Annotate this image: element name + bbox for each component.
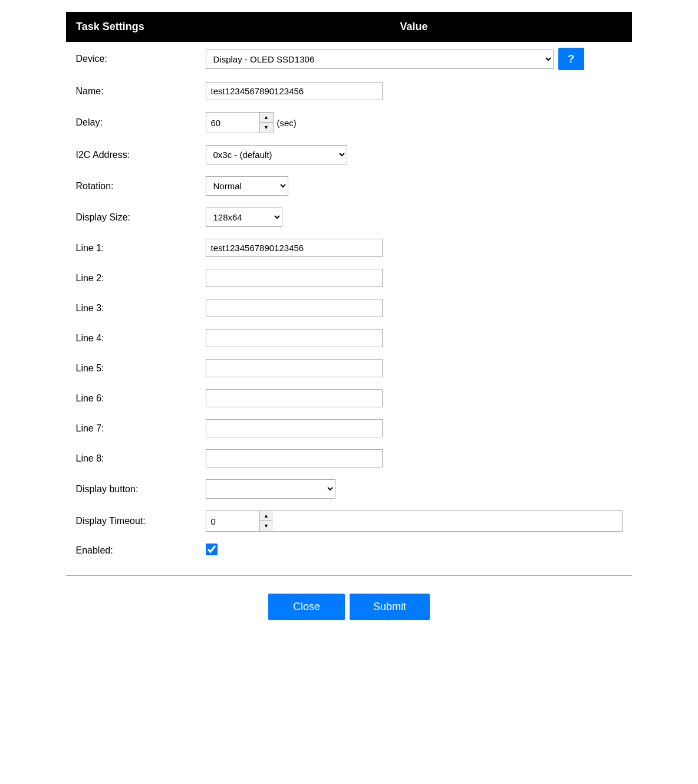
line7-input[interactable] xyxy=(206,419,383,437)
name-input[interactable] xyxy=(206,82,383,100)
name-label: Name: xyxy=(67,76,196,106)
i2c-select[interactable]: 0x3c - (default) 0x3d xyxy=(206,145,347,164)
line6-input[interactable] xyxy=(206,389,383,407)
i2c-row: I2C Address: 0x3c - (default) 0x3d xyxy=(67,139,632,170)
rotation-row: Rotation: Normal 180° xyxy=(67,170,632,202)
line4-input[interactable] xyxy=(206,329,383,347)
delay-spinner: ▲ ▼ xyxy=(206,112,274,133)
device-input-group: Display - OLED SSD1306 Display - LCD 16x… xyxy=(206,48,623,70)
settings-table: Task Settings Value Device: Display - OL… xyxy=(66,12,632,564)
delay-value-cell: ▲ ▼ (sec) xyxy=(196,106,632,139)
enabled-row: Enabled: xyxy=(67,538,632,564)
line5-value-cell xyxy=(196,353,632,383)
display-button-row: Display button: Button 1 Button 2 xyxy=(67,473,632,505)
display-size-select[interactable]: 128x64 128x32 xyxy=(206,207,282,227)
submit-button[interactable]: Submit xyxy=(350,594,430,620)
line1-row: Line 1: xyxy=(67,233,632,263)
delay-spinner-group: ▲ ▼ (sec) xyxy=(206,112,623,133)
timeout-up-button[interactable]: ▲ xyxy=(260,511,273,521)
line4-row: Line 4: xyxy=(67,323,632,353)
name-value-cell xyxy=(196,76,632,106)
display-timeout-label: Display Timeout: xyxy=(67,505,196,538)
enabled-label: Enabled: xyxy=(67,538,196,564)
display-size-row: Display Size: 128x64 128x32 xyxy=(67,202,632,233)
line8-label: Line 8: xyxy=(67,443,196,473)
display-button-value-cell: Button 1 Button 2 xyxy=(196,473,632,505)
rotation-label: Rotation: xyxy=(67,170,196,202)
line3-input[interactable] xyxy=(206,299,383,317)
divider xyxy=(66,575,632,576)
device-label: Device: xyxy=(67,42,196,77)
line1-value-cell xyxy=(196,233,632,263)
display-size-value-cell: 128x64 128x32 xyxy=(196,202,632,233)
line6-value-cell xyxy=(196,383,632,413)
col1-header: Task Settings xyxy=(67,12,196,42)
delay-row: Delay: ▲ ▼ (sec) xyxy=(67,106,632,139)
enabled-value-cell xyxy=(196,538,632,564)
name-row: Name: xyxy=(67,76,632,106)
delay-spinner-buttons: ▲ ▼ xyxy=(259,113,273,133)
line8-input[interactable] xyxy=(206,449,383,467)
delay-label: Delay: xyxy=(67,106,196,139)
close-button[interactable]: Close xyxy=(268,594,345,620)
i2c-label: I2C Address: xyxy=(67,139,196,170)
help-button[interactable]: ? xyxy=(558,48,584,70)
device-value-cell: Display - OLED SSD1306 Display - LCD 16x… xyxy=(196,42,632,77)
delay-input[interactable] xyxy=(206,114,259,131)
timeout-down-button[interactable]: ▼ xyxy=(260,521,273,531)
line3-label: Line 3: xyxy=(67,293,196,323)
line4-label: Line 4: xyxy=(67,323,196,353)
device-row: Device: Display - OLED SSD1306 Display -… xyxy=(67,42,632,77)
delay-up-button[interactable]: ▲ xyxy=(260,113,273,123)
display-size-label: Display Size: xyxy=(67,202,196,233)
line7-value-cell xyxy=(196,413,632,443)
line2-row: Line 2: xyxy=(67,263,632,293)
settings-form: Task Settings Value Device: Display - OL… xyxy=(66,12,632,632)
line5-input[interactable] xyxy=(206,359,383,377)
display-timeout-spinner: ▲ ▼ xyxy=(206,510,623,532)
display-timeout-input[interactable] xyxy=(206,513,259,530)
rotation-value-cell: Normal 180° xyxy=(196,170,632,202)
line5-label: Line 5: xyxy=(67,353,196,383)
line3-row: Line 3: xyxy=(67,293,632,323)
line3-value-cell xyxy=(196,293,632,323)
line6-row: Line 6: xyxy=(67,383,632,413)
line8-value-cell xyxy=(196,443,632,473)
display-timeout-value-cell: ▲ ▼ xyxy=(196,505,632,538)
line8-row: Line 8: xyxy=(67,443,632,473)
line5-row: Line 5: xyxy=(67,353,632,383)
line1-label: Line 1: xyxy=(67,233,196,263)
delay-down-button[interactable]: ▼ xyxy=(260,123,273,133)
button-row: Close Submit xyxy=(66,588,632,632)
line2-label: Line 2: xyxy=(67,263,196,293)
i2c-value-cell: 0x3c - (default) 0x3d xyxy=(196,139,632,170)
col2-header: Value xyxy=(196,12,632,42)
enabled-checkbox[interactable] xyxy=(206,543,218,555)
rotation-select[interactable]: Normal 180° xyxy=(206,176,288,196)
line7-row: Line 7: xyxy=(67,413,632,443)
line6-label: Line 6: xyxy=(67,383,196,413)
line1-input[interactable] xyxy=(206,239,383,257)
display-button-label: Display button: xyxy=(67,473,196,505)
line4-value-cell xyxy=(196,323,632,353)
display-timeout-row: Display Timeout: ▲ ▼ xyxy=(67,505,632,538)
line2-input[interactable] xyxy=(206,269,383,287)
line7-label: Line 7: xyxy=(67,413,196,443)
timeout-spinner-buttons: ▲ ▼ xyxy=(259,511,273,531)
display-button-select[interactable]: Button 1 Button 2 xyxy=(206,479,335,499)
line2-value-cell xyxy=(196,263,632,293)
device-select[interactable]: Display - OLED SSD1306 Display - LCD 16x… xyxy=(206,50,554,69)
delay-unit: (sec) xyxy=(277,118,297,128)
